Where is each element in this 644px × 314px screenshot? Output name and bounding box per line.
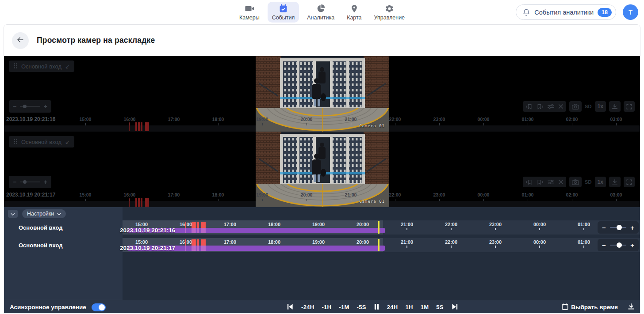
collapse-arrow-icon[interactable]: ↙ — [65, 139, 70, 145]
motion-event-marker-on-bar[interactable] — [194, 228, 196, 233]
motion-event-marker[interactable] — [135, 198, 137, 207]
zoom-out-button[interactable]: − — [13, 179, 16, 185]
drag-handle-icon[interactable] — [13, 138, 18, 146]
zoom-slider-track[interactable] — [20, 106, 40, 107]
motion-event-marker[interactable] — [145, 198, 147, 207]
nav-item-analytics[interactable]: Аналитика — [303, 2, 339, 23]
async-toggle[interactable] — [92, 303, 106, 311]
motion-event-marker[interactable] — [141, 122, 142, 131]
motion-event-marker[interactable] — [185, 239, 186, 246]
zoom-in-button[interactable]: + — [630, 224, 634, 231]
step-forward-button-2[interactable]: 1M — [421, 304, 429, 310]
motion-event-marker-on-bar[interactable] — [185, 228, 186, 233]
motion-event-marker[interactable] — [145, 122, 147, 131]
motion-event-marker-on-bar[interactable] — [194, 246, 196, 251]
settings-dropdown[interactable]: Настройки — [22, 209, 66, 218]
step-back-button-3[interactable]: -5S — [357, 304, 366, 310]
zoom-slider-track[interactable] — [610, 245, 626, 246]
motion-event-marker[interactable] — [194, 239, 196, 246]
camera-name-chip[interactable]: Основной вход ↙ — [9, 136, 74, 148]
step-forward-button-1[interactable]: 1H — [405, 304, 413, 310]
motion-event-marker-on-bar[interactable] — [192, 246, 194, 251]
step-back-button-2[interactable]: -1M — [339, 304, 349, 310]
quality-label[interactable]: SD — [585, 104, 592, 109]
motion-event-marker-on-bar[interactable] — [192, 228, 194, 233]
collapse-arrow-icon[interactable]: ↙ — [65, 63, 70, 70]
skip-start-button[interactable] — [286, 303, 294, 312]
export-download-button[interactable] — [628, 303, 635, 311]
motion-event-marker[interactable] — [138, 122, 140, 131]
speed-button[interactable]: 1x — [595, 101, 606, 112]
select-time-button[interactable]: Выбрать время — [559, 303, 621, 312]
filter-sliders-icon[interactable] — [548, 179, 554, 185]
motion-event-marker[interactable] — [147, 198, 149, 207]
motion-event-marker[interactable] — [197, 222, 199, 228]
quality-label[interactable]: SD — [585, 179, 592, 185]
skip-end-button[interactable] — [451, 303, 459, 312]
motion-event-marker[interactable] — [192, 222, 194, 228]
playhead[interactable] — [378, 239, 380, 251]
close-icon[interactable] — [558, 179, 564, 185]
motion-event-marker[interactable] — [185, 222, 186, 228]
fullscreen-button[interactable] — [624, 177, 635, 187]
motion-event-marker-on-bar[interactable] — [197, 246, 199, 251]
motion-event-marker[interactable] — [135, 122, 137, 131]
zoom-in-button[interactable]: + — [630, 242, 634, 249]
timeline-hour-label: 20:00 — [356, 239, 369, 245]
collapse-panel-button[interactable] — [8, 210, 18, 218]
speed-button[interactable]: 1x — [595, 177, 606, 187]
download-button[interactable] — [609, 177, 621, 187]
motion-event-marker[interactable] — [141, 198, 142, 207]
zoom-slider-knob[interactable] — [23, 180, 27, 184]
motion-event-marker[interactable] — [147, 122, 149, 131]
motion-event-marker[interactable] — [197, 239, 199, 246]
zoom-in-button[interactable]: + — [44, 103, 47, 110]
motion-event-marker-on-bar[interactable] — [185, 246, 186, 251]
zoom-slider-track[interactable] — [610, 227, 626, 228]
motion-event-marker[interactable] — [203, 222, 206, 228]
step-forward-button-0[interactable]: 24H — [387, 304, 398, 310]
filter-sliders-icon[interactable] — [548, 104, 554, 109]
zoom-slider-knob[interactable] — [617, 242, 622, 248]
back-button[interactable] — [12, 32, 29, 49]
analytics-events-button[interactable]: События аналитики 18 — [516, 4, 616, 20]
zoom-out-button[interactable]: − — [13, 103, 16, 110]
step-forward-button-3[interactable]: 5S — [436, 304, 444, 310]
next-bookmark-icon[interactable] — [537, 179, 544, 185]
snapshot-button[interactable] — [569, 101, 582, 112]
camera-overlay-label: Camera 01 — [359, 199, 385, 204]
snapshot-button[interactable] — [569, 177, 582, 187]
motion-event-marker-on-bar[interactable] — [197, 228, 199, 233]
user-avatar[interactable]: T — [623, 4, 638, 20]
zoom-slider-track[interactable] — [20, 182, 40, 182]
download-button[interactable] — [609, 101, 621, 112]
camera-video[interactable]: Camera 01 — [256, 56, 389, 132]
motion-event-marker[interactable] — [203, 239, 206, 246]
prev-bookmark-icon[interactable] — [525, 104, 533, 110]
pause-button[interactable] — [374, 303, 380, 312]
zoom-slider-knob[interactable] — [23, 105, 27, 108]
motion-event-marker[interactable] — [192, 239, 194, 246]
playhead[interactable] — [378, 221, 380, 234]
next-bookmark-icon[interactable] — [537, 104, 544, 110]
zoom-slider-knob[interactable] — [617, 225, 622, 230]
camera-video[interactable]: Camera 01 — [256, 132, 389, 207]
step-back-button-1[interactable]: -1H — [322, 304, 331, 310]
motion-event-marker[interactable] — [138, 198, 140, 207]
close-icon[interactable] — [558, 104, 564, 109]
nav-item-map[interactable]: Карта — [342, 2, 366, 23]
step-back-button-0[interactable]: -24H — [301, 304, 314, 310]
motion-event-marker-on-bar[interactable] — [203, 228, 206, 233]
zoom-out-button[interactable]: − — [602, 224, 606, 231]
camera-name-chip[interactable]: Основной вход ↙ — [9, 61, 74, 72]
motion-event-marker-on-bar[interactable] — [203, 246, 206, 251]
nav-item-management[interactable]: Управление — [370, 2, 410, 23]
motion-event-marker[interactable] — [194, 222, 196, 228]
zoom-in-button[interactable]: + — [44, 179, 47, 185]
drag-handle-icon[interactable] — [13, 63, 18, 70]
prev-bookmark-icon[interactable] — [525, 179, 533, 185]
zoom-out-button[interactable]: − — [602, 242, 606, 249]
fullscreen-button[interactable] — [624, 101, 635, 112]
nav-item-events[interactable]: События — [268, 2, 299, 23]
nav-item-cameras[interactable]: Камеры — [235, 2, 264, 23]
